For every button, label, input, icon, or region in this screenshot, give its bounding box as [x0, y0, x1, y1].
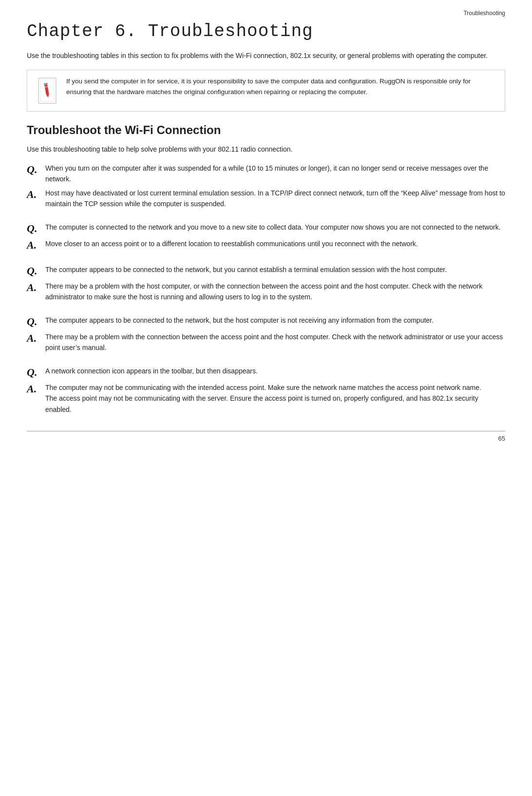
answer-4-text: There may be a problem with the connecti… — [45, 331, 505, 353]
a-letter-3: A. — [27, 281, 45, 294]
question-5-row: Q. A network connection icon appears in … — [27, 366, 505, 379]
wifi-section-intro: Use this troubleshooting table to help s… — [27, 144, 505, 155]
answer-3-row: A. There may be a problem with the host … — [27, 281, 505, 303]
qa-item-2: Q. The computer is connected to the netw… — [27, 222, 505, 252]
question-3-text: The computer appears to be connected to … — [45, 264, 505, 275]
wifi-section-title: Troubleshoot the Wi-Fi Connection — [27, 123, 505, 137]
notice-icon — [35, 76, 59, 105]
qa-list: Q. When you turn on the computer after i… — [27, 163, 505, 415]
answer-5-text: The computer may not be communicating wi… — [45, 382, 505, 415]
svg-rect-2 — [44, 84, 49, 95]
answer-5-row: A. The computer may not be communicating… — [27, 382, 505, 415]
page-container: Troubleshooting Chapter 6. Troubleshooti… — [0, 0, 532, 452]
notice-box: If you send the computer in for service,… — [27, 70, 505, 112]
question-2-text: The computer is connected to the network… — [45, 222, 505, 233]
svg-marker-3 — [46, 95, 50, 98]
answer-2-row: A. Move closer to an access point or to … — [27, 238, 505, 252]
intro-paragraph: Use the troubleshooting tables in this s… — [27, 50, 505, 61]
pencil-icon — [36, 77, 59, 104]
answer-1-text: Host may have deactivated or lost curren… — [45, 188, 505, 210]
answer-2-text: Move closer to an access point or to a d… — [45, 238, 505, 249]
answer-4-row: A. There may be a problem with the conne… — [27, 331, 505, 353]
footer-page-number: 65 — [498, 435, 505, 442]
a-letter-2: A. — [27, 238, 45, 252]
question-3-row: Q. The computer appears to be connected … — [27, 264, 505, 277]
question-1-text: When you turn on the computer after it w… — [45, 163, 505, 185]
qa-item-1: Q. When you turn on the computer after i… — [27, 163, 505, 210]
answer-3-text: There may be a problem with the host com… — [45, 281, 505, 303]
bottom-rule — [27, 431, 505, 431]
a-letter-5: A. — [27, 382, 45, 395]
header-label: Troubleshooting — [463, 10, 505, 17]
q-letter-4: Q. — [27, 315, 45, 328]
a-letter-4: A. — [27, 331, 45, 345]
a-letter-1: A. — [27, 188, 45, 201]
chapter-title: Chapter 6. Troubleshooting — [27, 21, 505, 41]
question-2-row: Q. The computer is connected to the netw… — [27, 222, 505, 235]
answer-1-row: A. Host may have deactivated or lost cur… — [27, 188, 505, 210]
question-1-row: Q. When you turn on the computer after i… — [27, 163, 505, 185]
q-letter-3: Q. — [27, 264, 45, 277]
question-5-text: A network connection icon appears in the… — [45, 366, 505, 376]
q-letter-2: Q. — [27, 222, 45, 235]
q-letter-5: Q. — [27, 366, 45, 379]
page-header: Troubleshooting — [27, 10, 505, 17]
question-4-row: Q. The computer appears to be connected … — [27, 315, 505, 328]
qa-item-5: Q. A network connection icon appears in … — [27, 366, 505, 415]
q-letter-1: Q. — [27, 163, 45, 176]
question-4-text: The computer appears to be connected to … — [45, 315, 505, 326]
qa-item-3: Q. The computer appears to be connected … — [27, 264, 505, 302]
notice-text: If you send the computer in for service,… — [66, 76, 497, 97]
qa-item-4: Q. The computer appears to be connected … — [27, 315, 505, 353]
